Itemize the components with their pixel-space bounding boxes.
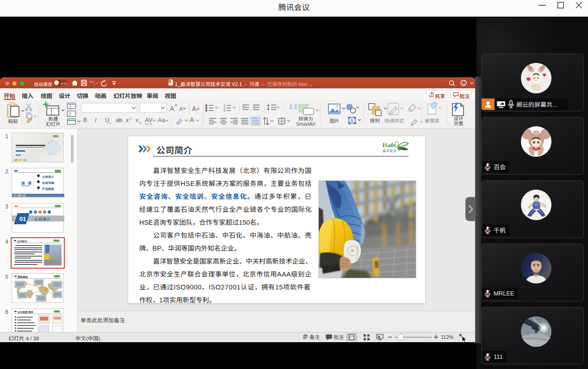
svg-text:A: A <box>192 105 197 112</box>
svg-text:备注: 备注 <box>309 333 320 340</box>
svg-text:AV: AV <box>145 117 153 123</box>
svg-text:批注: 批注 <box>334 333 344 340</box>
svg-text:U: U <box>105 117 109 123</box>
svg-text:112%: 112% <box>441 334 454 340</box>
svg-text:A: A <box>350 118 353 123</box>
svg-text:A: A <box>170 105 174 112</box>
svg-text:A: A <box>179 105 183 112</box>
svg-text:Aa: Aa <box>158 117 166 123</box>
svg-text:3: 3 <box>223 109 225 112</box>
svg-text:x: x <box>136 117 139 123</box>
svg-text:01: 01 <box>19 215 26 222</box>
svg-text:A: A <box>190 116 194 123</box>
svg-text:B: B <box>83 117 87 123</box>
svg-text:I: I <box>95 117 97 123</box>
svg-text:2: 2 <box>139 121 142 125</box>
svg-text:2: 2 <box>130 117 132 121</box>
svg-text:x: x <box>126 117 129 123</box>
